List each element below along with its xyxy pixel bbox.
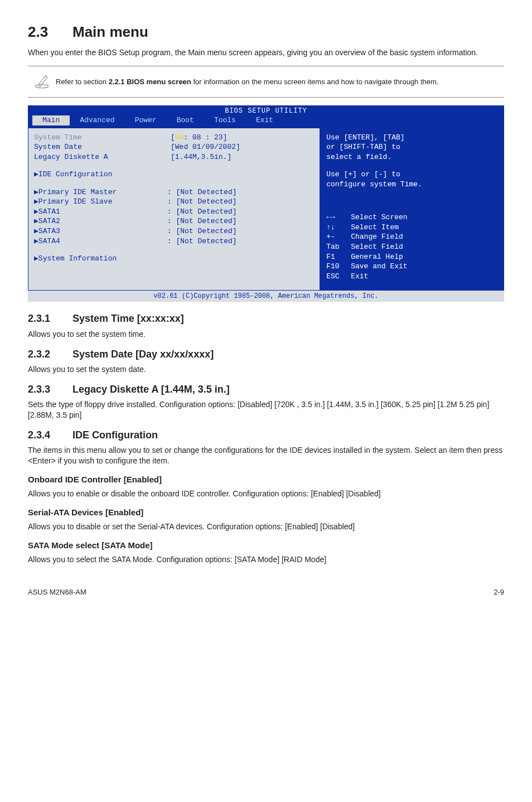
bios-menu-exit[interactable]: Exit: [246, 115, 283, 125]
serial-ata-title: Serial-ATA Devices [Enabled]: [28, 507, 504, 518]
bios-title: BIOS SETUP UTILITY: [28, 105, 504, 115]
bios-menu-tools[interactable]: Tools: [204, 115, 246, 125]
bios-screenshot: BIOS SETUP UTILITY Main Advanced Power B…: [28, 105, 504, 302]
subsection-231-body: Allows you to set the system time.: [28, 329, 504, 340]
bios-help-pane: Use [ENTER], [TAB] or [SHIFT-TAB] to sel…: [320, 128, 504, 291]
bios-help-key-row: ESCExit: [326, 272, 498, 282]
subsection-232-title: 2.3.2System Date [Day xx/xx/xxxx]: [28, 347, 504, 361]
subsection-232-body: Allows you to set the system date.: [28, 364, 504, 375]
subsection-234-title: 2.3.4IDE Configuration: [28, 428, 504, 442]
bios-row-sata4[interactable]: ▶ SATA4: [Not Detected]: [34, 236, 314, 247]
triangle-icon: ▶: [34, 197, 38, 207]
bios-menu-power[interactable]: Power: [125, 115, 167, 125]
section-name: Main menu: [72, 23, 148, 40]
bios-menu-boot[interactable]: Boot: [167, 115, 204, 125]
svg-point-0: [35, 84, 48, 88]
arrow-left-right-icon: ←→: [326, 212, 351, 223]
arrow-up-down-icon: ↑↓: [326, 223, 351, 233]
bios-help-key-row: F1General Help: [326, 252, 498, 262]
onboard-ide-title: Onboard IDE Controller [Enabled]: [28, 474, 504, 485]
bios-menu-advanced[interactable]: Advanced: [70, 115, 124, 125]
subsection-234-body: The items in this menu allow you to set …: [28, 445, 504, 466]
note-callout: Refer to section 2.2.1 BIOS menu screen …: [28, 66, 504, 98]
footer-right: 2-9: [494, 587, 504, 597]
intro-paragraph: When you enter the BIOS Setup program, t…: [28, 47, 504, 58]
bios-row-system-information[interactable]: ▶ System Information: [34, 254, 314, 264]
triangle-icon: ▶: [34, 216, 38, 226]
triangle-icon: ▶: [34, 236, 38, 247]
bios-footer: v02.61 (C)Copyright 1985-2008, American …: [28, 291, 504, 302]
note-text: Refer to section 2.2.1 BIOS menu screen …: [56, 77, 504, 87]
section-number: 2.3: [28, 22, 72, 42]
bios-left-pane: System Time [04: 08 : 23] System Date [W…: [28, 128, 320, 291]
subsection-233-title: 2.3.3Legacy Diskette A [1.44M, 3.5 in.]: [28, 383, 504, 396]
svg-line-1: [45, 75, 47, 77]
sata-mode-body: Allows you to select the SATA Mode. Conf…: [28, 554, 504, 565]
bios-help-key-row: ↑↓Select Item: [326, 223, 498, 233]
bios-help-key-row: TabSelect Field: [326, 242, 498, 252]
bios-row-sata2[interactable]: ▶ SATA2: [Not Detected]: [34, 216, 314, 226]
subsection-231-title: 2.3.1System Time [xx:xx:xx]: [28, 312, 504, 325]
bios-help-key-row: ←→Select Screen: [326, 212, 498, 223]
bios-menubar: Main Advanced Power Boot Tools Exit: [28, 115, 504, 128]
footer-left: ASUS M2N68-AM: [28, 587, 86, 597]
page-footer: ASUS M2N68-AM 2-9: [28, 587, 504, 597]
subsection-233-body: Sets the type of floppy drive installed.…: [28, 399, 504, 421]
serial-ata-body: Allows you to disable or set the Serial-…: [28, 521, 504, 532]
bios-row-primary-master[interactable]: ▶ Primary IDE Master: [Not Detected]: [34, 187, 314, 197]
triangle-icon: ▶: [34, 254, 38, 264]
bios-row-legacy-diskette[interactable]: Legacy Diskette A [1.44M,3.5in.]: [34, 152, 314, 162]
triangle-icon: ▶: [34, 170, 38, 180]
bios-row-sata3[interactable]: ▶ SATA3: [Not Detected]: [34, 226, 314, 236]
bios-menu-main[interactable]: Main: [32, 115, 70, 125]
pencil-icon: [28, 71, 56, 93]
bios-row-primary-slave[interactable]: ▶ Primary IDE Slave: [Not Detected]: [34, 197, 314, 207]
bios-help-key-row: F10Save and Exit: [326, 262, 498, 272]
bios-row-ide-configuration[interactable]: ▶ IDE Configuration: [34, 170, 314, 180]
onboard-ide-body: Allows you to enable or disable the onbo…: [28, 489, 504, 499]
triangle-icon: ▶: [34, 226, 38, 236]
sata-mode-title: SATA Mode select [SATA Mode]: [28, 540, 504, 551]
bios-help-key-row: +-Change Field: [326, 232, 498, 242]
triangle-icon: ▶: [34, 187, 38, 197]
bios-row-system-date[interactable]: System Date [Wed 01/09/2002]: [34, 142, 314, 152]
section-title: 2.3Main menu: [28, 22, 504, 42]
bios-row-system-time[interactable]: System Time [04: 08 : 23]: [34, 133, 314, 143]
triangle-icon: ▶: [34, 207, 38, 217]
bios-row-sata1[interactable]: ▶ SATA1: [Not Detected]: [34, 207, 314, 217]
